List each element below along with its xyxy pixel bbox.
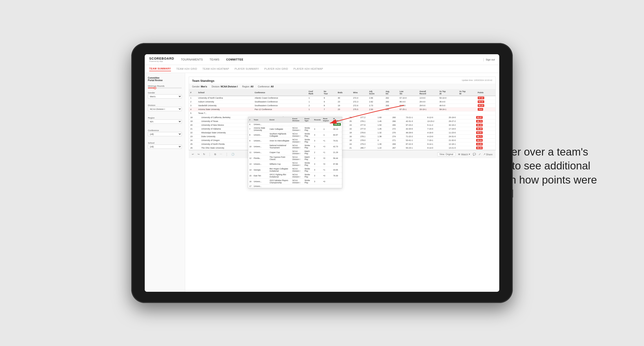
tablet-frame: SCOREBOARD Powered by clipp TOURNAMENTS … xyxy=(131,43,513,303)
tooltip-col-w-points: W Points xyxy=(332,117,342,123)
subnav-player-summary[interactable]: PLAYER SUMMARY xyxy=(234,67,259,71)
sidebar: Committee Portal Review Minimum Rounds G… xyxy=(145,73,185,292)
table-row: 2 Auburn University Southeastern Confere… xyxy=(189,100,496,104)
subnav-team-summary[interactable]: TEAM SUMMARY xyxy=(149,66,171,71)
standings-table-bottom: 18 University of California, Berkeley Pa… xyxy=(189,116,496,150)
nav-teams[interactable]: TEAMS xyxy=(210,57,220,62)
subnav-team-h2h-heatmap[interactable]: TEAM H2H HEATMAP xyxy=(202,67,229,71)
subnav-player-h2h-grid[interactable]: PLAYER H2H GRID xyxy=(264,67,288,71)
points-badge-24[interactable]: 88.54 xyxy=(476,139,483,142)
table-header-row: # School Conference ConfRank NoTour Bnds… xyxy=(189,89,496,96)
points-badge-23[interactable]: 88.71 xyxy=(476,135,483,138)
col-overall: OverallRecord xyxy=(418,89,438,96)
toolbar-separator-1 xyxy=(210,153,210,156)
points-badge-2[interactable]: 93.31 xyxy=(478,100,484,103)
tooltip-row: 9 Univers... Amer An Intercollegiate NCA… xyxy=(248,138,342,144)
filter-bar: Gender: Men's Division: NCAA Division I … xyxy=(189,84,496,89)
tooltip-row: 6 Univers... 109.63 xyxy=(248,123,342,126)
logo-area: SCOREBOARD Powered by clipp xyxy=(149,57,174,62)
col-adj-score: Adj.Score xyxy=(368,89,384,96)
table-row: 23 Duke University Atlantic Coast Confer… xyxy=(189,135,496,139)
sidebar-portal-title: Committee Portal Review xyxy=(148,77,182,82)
tooltip-col-rounds: Rounds xyxy=(313,117,322,123)
nav-committee[interactable]: COMMITTEE xyxy=(226,57,244,62)
col-vs50: Vs Top50 xyxy=(458,89,476,96)
report-title-block: Team Standings xyxy=(192,79,214,82)
division-select[interactable]: NCAA Division I xyxy=(148,107,182,111)
sidebar-min-rounds: Minimum Rounds xyxy=(148,85,182,88)
points-badge-25[interactable]: 83.89 xyxy=(476,143,483,146)
refresh-button[interactable]: ↻ xyxy=(203,153,205,156)
table-row: 1 University of North Carolina Atlantic … xyxy=(189,96,496,100)
share-button[interactable]: ↗ Share xyxy=(483,153,492,156)
col-vs25: Vs Top25 xyxy=(438,89,458,96)
expand-button[interactable]: ⤢ xyxy=(478,153,481,156)
table-row: 19 University of Texas Big 12 Conference… xyxy=(189,119,496,123)
filter-region: Region: All xyxy=(242,85,253,88)
region-select[interactable]: N/A xyxy=(148,119,182,124)
update-time: Update time: 13/03/2024 10:03:42 xyxy=(462,79,492,81)
conference-select[interactable]: (All) xyxy=(148,132,182,136)
points-badge-4[interactable]: 79.5 xyxy=(478,108,483,111)
nav-divider: | xyxy=(483,58,484,62)
points-badge-19[interactable]: 88.70 xyxy=(476,120,483,123)
points-badge-26[interactable]: 80.94 xyxy=(476,147,483,149)
points-badge-1[interactable]: 97.02 xyxy=(478,97,484,99)
tooltip-table: # Team Event Event Division Event Type R… xyxy=(248,117,342,188)
standings-table: # School Conference ConfRank NoTour Bnds… xyxy=(189,89,496,115)
nav-tournaments[interactable]: TOURNAMENTS xyxy=(181,57,203,62)
sidebar-conference: Conference (All) xyxy=(148,129,182,139)
comment-button[interactable]: 💬 xyxy=(473,153,476,156)
undo-button[interactable]: ↩ xyxy=(192,153,194,156)
col-low-sg: LowSG xyxy=(398,89,418,96)
filter-gender: Gender: Men's xyxy=(192,85,207,88)
sidebar-division: Division NCAA Division I xyxy=(148,104,182,113)
top-nav: SCOREBOARD Powered by clipp TOURNAMENTS … xyxy=(145,54,499,65)
tooltip-col-event-div: Event Division xyxy=(291,117,304,123)
table-row: 3 Vanderbilt University Southeastern Con… xyxy=(189,104,496,108)
tooltip-col-event-type: Event Type xyxy=(304,117,313,123)
table-row: 18 University of California, Berkeley Pa… xyxy=(189,116,496,119)
view-original-button[interactable]: View: Original xyxy=(437,152,455,156)
points-badge-20[interactable]: 88.49 xyxy=(476,124,483,126)
tooltip-row: 13 Univers... Williams Cup NCAA Division… xyxy=(248,161,342,167)
min-rounds-slider[interactable] xyxy=(148,88,182,88)
table-row: 22 Mississippi State University Southeas… xyxy=(189,131,496,135)
school-label: School xyxy=(148,142,182,144)
tooltip-row: 12 Florida... The Cypress Point Classic … xyxy=(248,155,342,161)
tooltip-header-row: # Team Event Event Division Event Type R… xyxy=(248,117,342,123)
subnav-team-h2h-grid[interactable]: TEAM H2H GRID xyxy=(176,67,197,71)
tooltip-overlay: # Team Event Event Division Event Type R… xyxy=(248,117,342,188)
school-select[interactable]: (All) xyxy=(148,145,182,149)
col-conference: Conference xyxy=(253,89,307,96)
bottom-toolbar: ↩ ↪ ↻ ⧉ ⋯ 🕐 View: Original 👁 Watch ▾ 💬 ⤢… xyxy=(189,150,496,158)
more-button[interactable]: ⋯ xyxy=(220,153,222,156)
tooltip-row: 14 Georgia Ben Hogan Collegiate Invitati… xyxy=(248,167,342,173)
redo-button[interactable]: ↪ xyxy=(198,153,200,156)
tooltip-col-team: Team xyxy=(252,117,268,123)
copy-button[interactable]: ⧉ xyxy=(214,153,216,156)
col-school: School xyxy=(197,89,253,96)
points-badge-21[interactable]: 88.48 xyxy=(476,128,483,130)
subnav-player-h2h-heatmap[interactable]: PLAYER H2H HEATMAP xyxy=(294,67,323,71)
sign-out-button[interactable]: Sign out xyxy=(486,58,495,61)
clock-button[interactable]: 🕐 xyxy=(231,153,234,156)
tooltip-col-rank-impact: Rank Impact xyxy=(322,117,332,123)
points-badge-18[interactable]: 83.07 xyxy=(476,116,483,119)
gender-select[interactable]: Men's xyxy=(148,94,182,99)
table-row: 5 Texas T... xyxy=(189,111,496,115)
tooltip-row: 10 Univers... National Invitational Tour… xyxy=(248,144,342,150)
division-label: Division xyxy=(148,104,182,106)
filter-division: Division: NCAA Division I xyxy=(212,85,238,88)
points-badge-22[interactable]: 83.81 xyxy=(476,131,483,134)
tooltip-row: 7 Arizona State University Calor Collegi… xyxy=(248,126,342,132)
points-badge-3[interactable]: 90.20 xyxy=(478,104,484,107)
sidebar-region: Region N/A xyxy=(148,117,182,126)
report-container: Team Standings Update time: 13/03/2024 1… xyxy=(189,77,496,150)
col-wins: Wins xyxy=(352,89,368,96)
table-row-highlighted: 4 Arizona State University Pac-12 Confer… xyxy=(189,108,496,111)
watch-button[interactable]: 👁 Watch ▾ xyxy=(458,153,470,156)
gender-label: Gender xyxy=(148,91,182,94)
tooltip-row: 15 East Ten OFCC Fighting Illini Invitat… xyxy=(248,173,342,178)
sidebar-school: School (All) xyxy=(148,142,182,151)
